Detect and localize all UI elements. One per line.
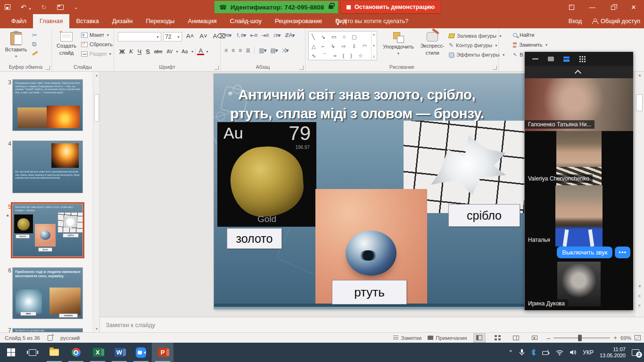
decrease-indent-button[interactable]: ⇤≡ — [250, 32, 257, 39]
paste-button[interactable]: Вставить ▼ — [4, 29, 28, 59]
speaker-icon[interactable] — [570, 349, 577, 355]
redo-icon[interactable]: ↻ — [41, 3, 47, 11]
align-center-button[interactable]: ≡ — [231, 47, 234, 54]
copy-icon[interactable]: ⧉ — [32, 41, 38, 48]
font-size-combo[interactable]: 72 ▼ — [163, 32, 182, 41]
quick-styles-button[interactable]: Экспресс- стили — [418, 29, 447, 56]
save-icon[interactable] — [5, 4, 10, 10]
grow-font-icon[interactable]: A˄ — [185, 32, 195, 40]
change-case-button[interactable]: Aa — [180, 48, 189, 55]
shapes-row-2[interactable]: △ ⌐ ↳ ⇨ ⇩ ◠ — [312, 41, 370, 51]
tab-animation[interactable]: Анимация — [181, 14, 223, 28]
drawing-dialog-launcher[interactable] — [493, 66, 497, 70]
section-button[interactable]: Раздел ▼ — [81, 50, 113, 58]
thumb-scroll-thumb[interactable] — [94, 94, 99, 122]
paragraph-dialog-launcher[interactable] — [299, 66, 304, 70]
numbering-button[interactable]: ⒈≡▾ — [235, 32, 246, 39]
customize-qat-icon[interactable]: ⌄ — [74, 5, 78, 10]
notes-toggle-button[interactable]: Заметки — [393, 335, 421, 341]
italic-button[interactable]: К — [128, 47, 135, 56]
shapes-gallery[interactable]: ╲ ↘ ▭ ○ ▢ △ ⌐ ↳ ⇨ ⇩ ◠ ∿ ⌒ ≈ { } ☆ ▲ ▼ ⊽ — [308, 31, 377, 60]
powerpoint-button[interactable]: P — [152, 343, 173, 362]
new-slide-button[interactable]: Создать слайд — [54, 29, 79, 56]
grid-view-icon[interactable] — [579, 56, 586, 62]
gallery-view-icon[interactable] — [563, 57, 570, 62]
text-shadow-button[interactable]: S — [144, 48, 151, 56]
normal-view-button[interactable] — [473, 333, 486, 343]
bullets-button[interactable]: •≡▾ — [224, 32, 231, 39]
shapes-row-1[interactable]: ╲ ↘ ▭ ○ ▢ — [312, 32, 370, 41]
participant-tile-3[interactable]: Наталья — [525, 185, 633, 247]
share-button[interactable]: Общий доступ — [592, 18, 640, 25]
clock[interactable]: 11:07 13.05.2020 — [600, 346, 626, 359]
file-explorer-button[interactable] — [43, 343, 65, 362]
slide-editing-area[interactable]: Античний світ знав золото, срібло, ртуть… — [214, 74, 525, 309]
thumb-scroll-down-icon[interactable]: ▼ — [93, 325, 100, 332]
zoom-in-button[interactable]: + — [613, 334, 617, 341]
next-slide-button[interactable]: » — [635, 302, 644, 309]
find-button[interactable]: Найти — [513, 31, 548, 39]
scroll-thumb[interactable] — [636, 94, 643, 111]
sign-in-button[interactable]: Вход — [569, 18, 582, 25]
spell-check-icon[interactable] — [48, 335, 53, 341]
slide-thumbnail-3[interactable]: Походження слова "хімія" точно невідоме.… — [12, 79, 83, 131]
tray-expand-icon[interactable]: ⌃ — [508, 349, 513, 356]
layout-button[interactable]: Макет ▼ — [81, 31, 113, 39]
clipboard-dialog-launcher[interactable] — [46, 66, 50, 70]
replace-button[interactable]: ab ac Заменить ▼ — [513, 41, 548, 49]
cut-icon[interactable]: ✂ — [32, 32, 38, 39]
language-switcher[interactable]: УКР — [583, 349, 594, 356]
undo-dropdown-icon[interactable]: ▾ — [29, 7, 31, 11]
slide-sorter-view-button[interactable] — [492, 333, 504, 343]
shrink-font-icon[interactable]: A˅ — [198, 32, 208, 40]
zoom-app-button[interactable] — [130, 343, 152, 362]
excel-button[interactable]: X — [87, 343, 108, 362]
columns-button[interactable]: ▥▾ — [259, 47, 266, 54]
reset-button[interactable]: Сбросить — [81, 41, 113, 48]
arrange-button[interactable]: Упорядочить ▼ — [381, 29, 416, 57]
shape-fill-button[interactable]: Заливка фигуры ▼ — [449, 32, 505, 40]
tab-review[interactable]: Рецензирование — [268, 14, 329, 28]
zoom-collapse-strip[interactable] — [525, 66, 633, 78]
zoom-out-button[interactable]: – — [547, 334, 551, 342]
underline-button[interactable]: Ч — [136, 48, 143, 56]
slide-scrollbar[interactable]: ▲ ▼ « » — [635, 72, 644, 317]
action-center-icon[interactable]: 2 — [632, 349, 639, 356]
font-dialog-launcher[interactable] — [215, 66, 219, 70]
bold-button[interactable]: Ж — [118, 48, 126, 56]
slide-thumbnail-7[interactable]: За багато літ до нашої ери... — [12, 328, 83, 332]
smartart-button[interactable]: ⤨▾ — [282, 47, 289, 54]
font-name-combo[interactable]: ▼ — [118, 32, 161, 41]
tab-file[interactable]: Файл — [5, 14, 33, 28]
word-button[interactable]: W — [108, 343, 130, 362]
silver-label[interactable]: срібло — [448, 204, 520, 227]
slideshow-view-button[interactable] — [528, 333, 541, 343]
tab-transitions[interactable]: Переходы — [139, 14, 181, 28]
tab-slideshow[interactable]: Слайд-шоу — [223, 14, 268, 28]
gold-element-image[interactable]: Au 79 196.97 Gold — [217, 122, 316, 227]
restore-button[interactable] — [603, 0, 623, 14]
align-right-button[interactable]: ≡ — [239, 47, 241, 54]
slide-thumbnail-4[interactable]: Сік, про який ідеться, може бути і розпл… — [12, 140, 83, 193]
zoom-slider-thumb[interactable] — [578, 335, 582, 341]
zoom-minimize-icon[interactable] — [532, 58, 538, 60]
justify-button[interactable]: ≣ — [246, 47, 250, 54]
slide-title[interactable]: Античний світ знав золото, срібло, ртуть… — [228, 85, 518, 123]
scroll-down-icon[interactable]: ▼ — [635, 283, 644, 290]
shapes-scroll-up-icon[interactable]: ▲ — [372, 33, 375, 36]
stop-sharing-button[interactable]: Остановить демонстрацию — [341, 1, 440, 13]
align-text-button[interactable]: ▤▾ — [270, 47, 277, 54]
close-button[interactable]: ✕ — [623, 0, 644, 14]
slide-thumbnail-5[interactable]: Античний світ знав золото, срібло, ртуть… — [12, 204, 83, 257]
zoom-percentage[interactable]: 69% — [620, 335, 631, 341]
participant-tile-2[interactable]: Valeriya Chervonchenko — [525, 131, 633, 185]
mercury-label[interactable]: ртуть — [332, 280, 407, 304]
shape-effects-button[interactable]: Эффекты фигуры ▼ — [449, 51, 505, 58]
ribbon-display-options-button[interactable] — [561, 0, 582, 14]
character-spacing-button[interactable]: AV — [165, 49, 174, 55]
start-button[interactable] — [0, 343, 22, 362]
text-direction-button[interactable]: ⇵A▾ — [284, 32, 294, 39]
microphone-icon[interactable] — [519, 349, 525, 356]
scroll-up-icon[interactable]: ▲ — [635, 72, 644, 79]
tab-insert[interactable]: Вставка — [69, 14, 105, 28]
